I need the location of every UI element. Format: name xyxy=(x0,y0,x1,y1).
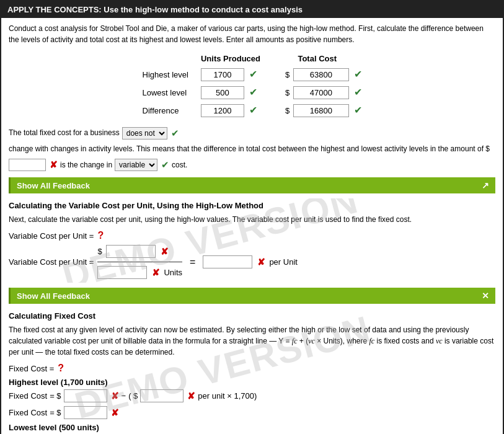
vc-question-mark: ? xyxy=(97,230,104,241)
input-cost-diff[interactable] xyxy=(293,104,349,117)
cell-cost-diff: $ ✔ xyxy=(279,102,368,120)
units-cost-table: Units Produced Total Cost Highest level … xyxy=(136,51,368,120)
fc-row1-error2: ✘ xyxy=(187,391,195,402)
fc-question-mark: ? xyxy=(58,363,64,374)
page-header: APPLY THE CONCEPTS: Use the high-low met… xyxy=(1,1,503,18)
cell-units-lowest: ✔ xyxy=(195,84,279,102)
does-not-dropdown[interactable]: does not does xyxy=(122,127,167,140)
fc-row1-label: Fixed Cost xyxy=(9,391,47,401)
table-row: Highest level ✔ $ ✔ xyxy=(136,66,368,84)
check-icon-2: ✔ xyxy=(354,69,362,79)
input-units-diff[interactable] xyxy=(201,104,244,117)
fc-row1-lparen: ( $ xyxy=(128,391,138,401)
sentence-suffix: cost. xyxy=(172,159,187,171)
sentence-middle: change with changes in activity levels. … xyxy=(9,143,490,155)
check-icon-8: ✔ xyxy=(161,157,169,172)
feedback-label-2: Show All Feedback xyxy=(17,291,90,301)
check-icon-5: ✔ xyxy=(249,105,257,115)
vc-denominator-line: ✘ Units xyxy=(97,266,182,279)
feedback-close-2: ✕ xyxy=(482,291,489,301)
fc-title: Calculating Fixed Cost xyxy=(9,311,495,321)
input-cost-highest[interactable] xyxy=(293,68,349,81)
vc-formula-input-row: Variable Cost per Unit = $ ✘ ✘ Units = xyxy=(9,245,495,279)
vc-label-1: Variable Cost per Unit = xyxy=(9,231,94,241)
row-label-diff: Difference xyxy=(136,102,195,120)
check-icon-6: ✔ xyxy=(354,105,362,115)
fc-row1-minus: − xyxy=(122,391,126,401)
highest-level-section: Highest level (1,700 units) Fixed Cost =… xyxy=(9,378,495,419)
fc-row1-eq: = $ xyxy=(50,391,61,401)
vc-formula-label-row: Variable Cost per Unit = ? xyxy=(9,230,495,241)
col-cost-header: Total Cost xyxy=(279,51,368,66)
vc-inputs: $ ✘ ✘ Units xyxy=(97,245,182,279)
vc-denominator-input[interactable] xyxy=(97,266,147,279)
intro-text: Conduct a cost analysis for Strobel Tool… xyxy=(9,23,495,45)
cell-cost-highest: $ ✔ xyxy=(279,66,368,84)
variable-cost-section: DEMO VERSION Calculating the Variable Co… xyxy=(9,198,495,283)
header-title: APPLY THE CONCEPTS: Use the high-low met… xyxy=(7,5,303,14)
fc-row1-input2[interactable] xyxy=(140,389,183,402)
lowest-level-section: Lowest level (500 units) Fixed Cost = $ … xyxy=(9,423,495,434)
data-table-section: Units Produced Total Cost Highest level … xyxy=(9,51,495,120)
cell-units-diff: ✔ xyxy=(195,102,279,120)
cell-cost-lowest: $ ✔ xyxy=(279,84,368,102)
fc-row1-error1: ✘ xyxy=(111,391,119,402)
error-icon-1: ✘ xyxy=(50,157,58,172)
feedback-bar-1[interactable]: Show All Feedback ↗ xyxy=(9,177,495,193)
vc-error-1: ✘ xyxy=(161,246,169,257)
fc-formula-label-row: Fixed Cost = ? xyxy=(9,363,495,374)
row-label-highest: Highest level xyxy=(136,66,195,84)
fc-desc: The fixed cost at any given level of act… xyxy=(9,324,495,358)
vc-result-input[interactable] xyxy=(203,255,252,268)
fc-label-1: Fixed Cost = xyxy=(9,364,54,373)
sentence-prefix: The total fixed cost for a business xyxy=(9,127,120,139)
vc-dollar: $ xyxy=(97,247,102,256)
input-units-highest[interactable] xyxy=(201,68,244,81)
col-empty xyxy=(136,51,195,66)
vc-error-3: ✘ xyxy=(257,257,265,268)
feedback-arrow-1: ↗ xyxy=(482,180,489,190)
variable-dropdown[interactable]: variable fixed xyxy=(115,159,157,171)
vc-per-unit: per Unit xyxy=(269,257,298,267)
col-units-header: Units Produced xyxy=(195,51,279,66)
vc-divider xyxy=(97,262,182,262)
table-row: Lowest level ✔ $ ✔ xyxy=(136,84,368,102)
table-row: Difference ✔ $ ✔ xyxy=(136,102,368,120)
fc-row2-eq: = $ xyxy=(50,408,61,417)
fixed-cost-section: DEMO VERSION Calculating Fixed Cost The … xyxy=(9,309,495,434)
check-icon-4: ✔ xyxy=(354,87,362,97)
vc-units-label: Units xyxy=(164,268,182,277)
check-icon-7: ✔ xyxy=(171,126,179,141)
cell-units-highest: ✔ xyxy=(195,66,279,84)
vc-numerator-input[interactable] xyxy=(106,245,156,258)
lowest-level-label: Lowest level (500 units) xyxy=(9,423,495,432)
variable-cost-desc: Next, calculate the variable cost per un… xyxy=(9,214,495,225)
vc-label-2: Variable Cost per Unit = xyxy=(9,257,94,267)
vc-equals: = xyxy=(190,257,195,268)
fc-row2-input[interactable] xyxy=(64,406,107,419)
fc-row1-suffix: per unit × 1,700) xyxy=(198,391,257,401)
feedback-label-1: Show All Feedback xyxy=(17,181,90,190)
fc-row1-input1[interactable] xyxy=(64,389,107,402)
fixed-cost-sentence: The total fixed cost for a business does… xyxy=(9,126,495,172)
vc-numerator-line: $ ✘ xyxy=(97,245,182,258)
highest-level-label: Highest level (1,700 units) xyxy=(9,378,495,387)
check-icon-3: ✔ xyxy=(249,87,257,97)
fc-row2-label: Fixed Cost xyxy=(9,408,47,417)
variable-cost-title: Calculating the Variable Cost per Unit, … xyxy=(9,201,495,210)
row-label-lowest: Lowest level xyxy=(136,84,195,102)
fc-row-1: Fixed Cost = $ ✘ − ( $ ✘ per unit × 1,70… xyxy=(9,389,495,402)
fc-row2-error: ✘ xyxy=(111,407,119,418)
input-cost-lowest[interactable] xyxy=(293,86,349,99)
feedback-bar-2[interactable]: Show All Feedback ✕ xyxy=(9,288,495,304)
check-icon-1: ✔ xyxy=(249,69,257,79)
sentence-suffix-prefix: is the change in xyxy=(60,159,112,171)
input-amount[interactable] xyxy=(9,159,46,171)
vc-error-2: ✘ xyxy=(152,267,160,278)
input-units-lowest[interactable] xyxy=(201,86,244,99)
fc-row-2: Fixed Cost = $ ✘ xyxy=(9,406,495,419)
